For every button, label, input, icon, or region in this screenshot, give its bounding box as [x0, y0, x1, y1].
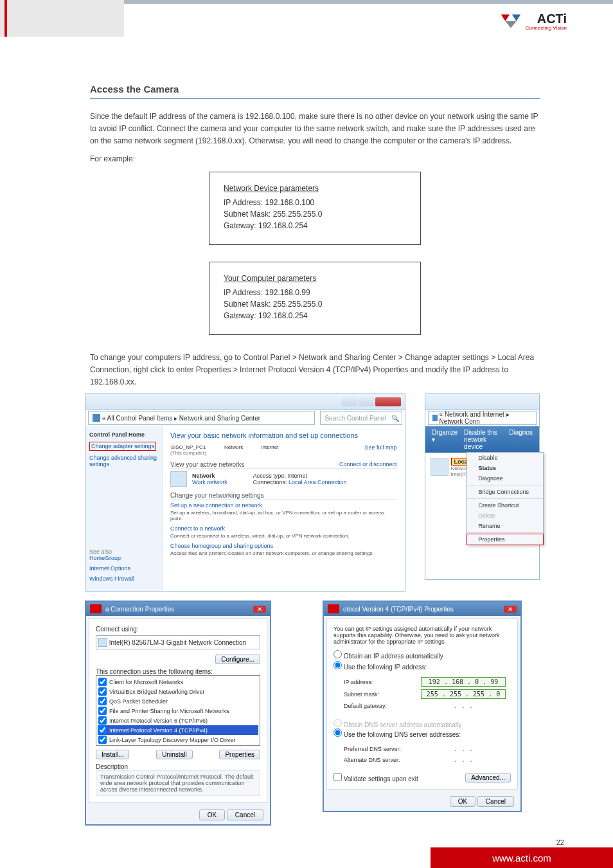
device-mask-row: Subnet Mask: 255.255.255.0 — [224, 210, 406, 219]
validate-checkbox[interactable]: Validate settings upon exit — [333, 773, 418, 782]
alt-dns-input[interactable]: . . . — [421, 755, 506, 764]
intro-paragraph-2: For example: — [90, 153, 540, 165]
toolbar-organize[interactable]: Organize ▾ — [432, 429, 458, 450]
checkbox[interactable] — [98, 726, 107, 734]
list-item: Link-Layer Topology Discovery Responder — [98, 745, 258, 746]
connect-disconnect-link[interactable]: Connect or disconnect — [339, 461, 397, 468]
task-connect-network[interactable]: Connect to a network — [170, 525, 397, 532]
pc-name: SISO_NP_PC1 — [170, 444, 206, 450]
cancel-button[interactable]: Cancel — [477, 796, 514, 807]
ip-address-input[interactable]: 192 . 168 . 0 . 99 — [421, 677, 506, 687]
device-box-title: Network Device parameters — [224, 184, 406, 193]
device-gw-row: Gateway: 192.168.0.254 — [224, 221, 406, 230]
main-heading: View your basic network information and … — [170, 431, 397, 439]
sidebar-advanced-sharing[interactable]: Change advanced sharing settings — [89, 455, 158, 467]
checkbox[interactable] — [98, 716, 107, 725]
toolbar-disable[interactable]: Disable this network device — [464, 429, 502, 450]
pref-dns-input[interactable]: . . . — [421, 745, 506, 753]
radio-input[interactable] — [333, 728, 342, 737]
cancel-button[interactable]: Cancel — [227, 809, 263, 820]
radio-use-following[interactable]: Use the following IP address: — [333, 661, 511, 671]
list-item: Client for Microsoft Networks — [98, 677, 258, 687]
menu-status[interactable]: Status — [467, 463, 543, 473]
description-label: Description — [96, 763, 260, 770]
breadcrumb[interactable]: « All Control Panel Items ▸ Network and … — [88, 411, 315, 425]
toolbar-diagnose[interactable]: Diagnos — [509, 429, 533, 450]
checkbox[interactable] — [98, 736, 107, 744]
see-also-internet-options[interactable]: Internet Options — [89, 565, 158, 572]
ok-button[interactable]: OK — [450, 796, 475, 807]
checkbox[interactable] — [98, 707, 107, 715]
install-button[interactable]: Install... — [96, 750, 129, 759]
protocol-list[interactable]: Client for Microsoft Networks VirtualBox… — [96, 675, 260, 746]
footer-url: www.acti.com — [431, 847, 613, 868]
active-network-type[interactable]: Work network — [192, 479, 227, 485]
task-homegroup-desc: Access files and printers located on oth… — [170, 550, 397, 556]
red-callout-icon — [90, 604, 102, 613]
checkbox[interactable] — [98, 697, 107, 705]
ip-address-label: IP address: — [344, 679, 421, 685]
checkbox[interactable] — [98, 687, 107, 696]
section-rule — [90, 98, 540, 99]
close-icon[interactable]: ✕ — [253, 606, 266, 613]
brand-name: ACTi — [537, 12, 567, 26]
list-item: VirtualBox Bridged Networking Driver — [98, 687, 258, 696]
breadcrumb-2[interactable]: « Network and Internet ▸ Network Conn — [428, 411, 537, 425]
see-also-firewall[interactable]: Windows Firewall — [89, 575, 158, 582]
checkbox[interactable] — [98, 678, 107, 686]
ipv4-intro: You can get IP settings assigned automat… — [333, 626, 511, 645]
brand-logo: ACTi Connecting Vision — [499, 12, 567, 31]
sidebar-change-adapter[interactable]: Change adapter settings — [89, 442, 156, 451]
ok-button[interactable]: OK — [199, 809, 225, 820]
see-also-label: See also — [89, 548, 112, 555]
menu-shortcut[interactable]: Create Shortcut — [467, 500, 543, 511]
toolbar: Organize ▾ Disable this network device D… — [425, 426, 539, 453]
radio-dns-auto: Obtain DNS server address automatically — [333, 719, 511, 728]
radio-input[interactable] — [333, 661, 342, 669]
task-setup-connection[interactable]: Set up a new connection or network — [170, 502, 397, 509]
radio-dns-manual[interactable]: Use the following DNS server addresses: — [333, 728, 511, 738]
menu-separator-2 — [467, 498, 543, 499]
list-item: Link-Layer Topology Discovery Mapper I/O… — [98, 735, 258, 745]
section-title: Access the Camera — [90, 84, 540, 95]
radio-obtain-auto[interactable]: Obtain an IP address automatically — [333, 650, 511, 660]
subnet-mask-label: Subnet mask: — [344, 691, 421, 698]
dialog-title-text: a Connection Properties — [105, 606, 174, 613]
uninstall-button[interactable]: Uninstall — [156, 750, 192, 759]
configure-button[interactable]: Configure... — [215, 655, 260, 664]
gateway-input[interactable]: . . . — [421, 701, 506, 710]
radio-input[interactable] — [333, 650, 342, 658]
minimize-icon[interactable] — [342, 397, 357, 406]
control-panel-icon — [93, 414, 100, 422]
access-type-value: Internet — [287, 473, 307, 479]
subnet-mask-input[interactable]: 255 . 255 . 255 . 0 — [421, 689, 506, 699]
menu-disable[interactable]: Disable — [467, 453, 543, 463]
close-icon[interactable]: ✕ — [504, 606, 517, 613]
sidebar-home[interactable]: Control Panel Home — [89, 431, 158, 438]
network-sharing-center-window: « All Control Panel Items ▸ Network and … — [85, 393, 405, 592]
connections-value[interactable]: Local Area Connection — [289, 479, 347, 485]
menu-rename[interactable]: Rename — [467, 521, 543, 531]
menu-diagnose[interactable]: Diagnose — [467, 473, 543, 484]
pc-sub: (This computer) — [170, 450, 206, 456]
svg-rect-5 — [431, 458, 449, 476]
maximize-icon[interactable] — [359, 397, 374, 406]
task-homegroup[interactable]: Choose homegroup and sharing options — [170, 543, 397, 549]
checkbox[interactable] — [98, 745, 107, 746]
advanced-button[interactable]: Advanced... — [465, 773, 511, 782]
search-input[interactable]: Search Control Panel 🔍 — [320, 411, 402, 425]
connection-properties-dialog: a Connection Properties ✕ Connect using:… — [85, 601, 271, 826]
svg-rect-3 — [93, 414, 100, 422]
close-icon[interactable] — [375, 397, 401, 406]
search-icon[interactable]: 🔍 — [391, 415, 399, 422]
checkbox[interactable] — [333, 773, 342, 781]
network-label: Network — [224, 444, 243, 450]
list-item: File and Printer Sharing for Microsoft N… — [98, 706, 258, 716]
properties-button[interactable]: Properties — [219, 750, 260, 759]
see-full-map-link[interactable]: See full map — [365, 444, 397, 451]
menu-bridge[interactable]: Bridge Connections — [467, 487, 543, 497]
ipv4-properties-dialog: otocol Version 4 (TCP/IPv4) Properties ✕… — [323, 601, 522, 812]
see-also-homegroup[interactable]: HomeGroup — [89, 555, 158, 561]
menu-properties[interactable]: Properties — [467, 534, 543, 545]
svg-rect-6 — [98, 638, 107, 647]
